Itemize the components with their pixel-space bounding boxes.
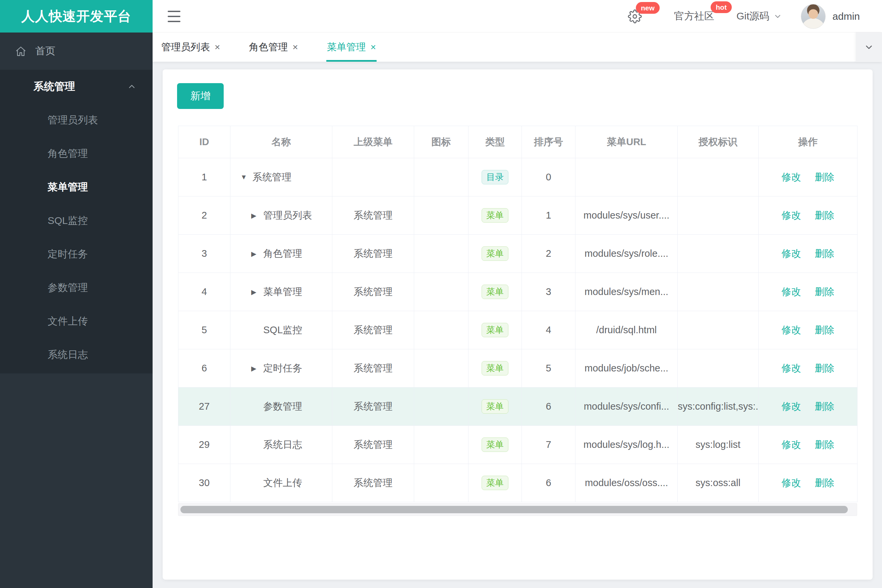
delete-link[interactable]: 删除: [815, 363, 834, 374]
git-source-label: Git源码: [736, 9, 769, 23]
cell-parent: 系统管理: [332, 464, 414, 502]
username[interactable]: admin: [832, 11, 860, 22]
sidebar-item[interactable]: 菜单管理: [0, 170, 153, 204]
cell-url: modules/sys/men...: [575, 273, 678, 311]
table-row: 1 ▼ 系统管理 目录 0 修改 删除: [179, 158, 858, 196]
sidebar-item[interactable]: 系统日志: [0, 338, 153, 372]
cell-type: 菜单: [469, 311, 522, 350]
edit-link[interactable]: 修改: [781, 439, 801, 450]
sidebar-item[interactable]: 文件上传: [0, 304, 153, 338]
edit-link[interactable]: 修改: [781, 363, 801, 374]
delete-link[interactable]: 删除: [815, 439, 834, 450]
sidebar: 首页 系统管理 管理员列表 角色管理 菜单管理 SQL监控 定时任务 参数管理 …: [0, 33, 153, 588]
menu-toggle-button[interactable]: [168, 10, 181, 23]
cell-order: 4: [522, 311, 575, 350]
cell-id: 1: [179, 158, 230, 196]
tab-label: 管理员列表: [161, 40, 210, 54]
cell-name: ▶ 定时任务: [230, 350, 332, 387]
cell-id: 5: [179, 311, 230, 350]
sidebar-item[interactable]: 管理员列表: [0, 103, 153, 137]
edit-link[interactable]: 修改: [781, 401, 801, 412]
type-badge: 目录: [482, 170, 508, 184]
close-icon[interactable]: ×: [215, 43, 220, 52]
table-row: 4 ▶ 菜单管理 系统管理 菜单 3 modules/sys/men... 修改…: [179, 273, 858, 311]
edit-link[interactable]: 修改: [781, 172, 801, 182]
delete-link[interactable]: 删除: [815, 401, 834, 412]
cell-id: 27: [179, 387, 230, 426]
cell-type: 菜单: [469, 387, 522, 426]
delete-link[interactable]: 删除: [815, 172, 834, 182]
cell-url: modules/sys/confi...: [575, 387, 678, 426]
cell-order: 7: [522, 426, 575, 464]
delete-link[interactable]: 删除: [815, 324, 834, 335]
delete-link[interactable]: 删除: [815, 248, 834, 259]
tab[interactable]: 管理员列表 ×: [161, 33, 220, 62]
cell-url: modules/sys/role....: [575, 235, 678, 273]
git-source-dropdown[interactable]: Git源码: [736, 9, 782, 23]
menu-table-wrap: ID 名称 上级菜单 图标 类型 排序号 菜单URL 授权标识 操作 1 ▼ 系…: [178, 126, 857, 516]
avatar[interactable]: [801, 4, 826, 29]
cell-id: 3: [179, 235, 230, 273]
tab[interactable]: 角色管理 ×: [249, 33, 298, 62]
cell-order: 1: [522, 196, 575, 235]
column-header: 名称: [230, 126, 332, 158]
close-icon[interactable]: ×: [371, 43, 376, 52]
cell-icon: [414, 387, 469, 426]
edit-link[interactable]: 修改: [781, 477, 801, 488]
sidebar-item[interactable]: 参数管理: [0, 271, 153, 304]
tab[interactable]: 菜单管理 ×: [327, 33, 376, 62]
type-badge: 菜单: [482, 323, 508, 337]
type-badge: 菜单: [482, 476, 508, 490]
cell-url: [575, 158, 678, 196]
cell-type: 菜单: [469, 426, 522, 464]
edit-link[interactable]: 修改: [781, 248, 801, 259]
cell-perm: [678, 196, 759, 235]
cell-type: 菜单: [469, 464, 522, 502]
sidebar-group-system: 系统管理 管理员列表 角色管理 菜单管理 SQL监控 定时任务 参数管理 文件上…: [0, 70, 153, 374]
sidebar-item[interactable]: 定时任务: [0, 237, 153, 271]
menu-name: 管理员列表: [263, 209, 312, 222]
community-link[interactable]: 官方社区 hot: [674, 9, 714, 23]
expand-arrow-icon[interactable]: ▶: [251, 364, 263, 372]
cell-url: /druid/sql.html: [575, 311, 678, 350]
cell-name: ▶ 角色管理: [230, 235, 332, 273]
scrollbar-thumb[interactable]: [180, 506, 848, 513]
tab-label: 角色管理: [249, 40, 288, 54]
chevron-down-icon: [773, 12, 782, 21]
cell-perm: sys:config:list,sys:...: [678, 387, 759, 426]
delete-link[interactable]: 删除: [815, 286, 834, 297]
edit-link[interactable]: 修改: [781, 210, 801, 220]
cell-icon: [414, 235, 469, 273]
cell-url: modules/sys/log.h...: [575, 426, 678, 464]
sidebar-item-label: SQL监控: [48, 214, 88, 228]
topbar: new 官方社区 hot Git源码 admin: [153, 0, 882, 33]
sidebar-group-header[interactable]: 系统管理: [0, 70, 153, 103]
expand-arrow-icon[interactable]: ▶: [251, 212, 263, 220]
close-icon[interactable]: ×: [292, 43, 298, 52]
sidebar-item-home[interactable]: 首页: [0, 33, 153, 70]
delete-link[interactable]: 删除: [815, 477, 834, 488]
content-area: 新增 ID 名称 上级菜单 图标 类型 排序号 菜单URL 授权标识 操作 1 …: [153, 62, 882, 588]
expand-arrow-icon[interactable]: ▶: [251, 250, 263, 258]
expand-arrow-icon[interactable]: ▼: [240, 173, 252, 181]
cell-parent: [332, 158, 414, 196]
column-header: 上级菜单: [332, 126, 414, 158]
type-badge: 菜单: [482, 246, 508, 261]
edit-link[interactable]: 修改: [781, 286, 801, 297]
delete-link[interactable]: 删除: [815, 210, 834, 220]
horizontal-scrollbar[interactable]: [178, 503, 857, 516]
edit-link[interactable]: 修改: [781, 324, 801, 335]
add-button[interactable]: 新增: [177, 83, 224, 109]
cell-type: 菜单: [469, 273, 522, 311]
chevron-up-icon: [127, 82, 137, 91]
cell-id: 6: [179, 350, 230, 387]
sidebar-item[interactable]: SQL监控: [0, 204, 153, 237]
settings-button[interactable]: new: [628, 9, 642, 24]
cell-type: 菜单: [469, 196, 522, 235]
tabs-overflow-button[interactable]: [856, 33, 882, 62]
cell-id: 2: [179, 196, 230, 235]
app-logo: 人人快速开发平台: [0, 0, 153, 33]
sidebar-item[interactable]: 角色管理: [0, 137, 153, 170]
expand-arrow-icon[interactable]: ▶: [251, 288, 263, 296]
cell-perm: sys:log:list: [678, 426, 759, 464]
